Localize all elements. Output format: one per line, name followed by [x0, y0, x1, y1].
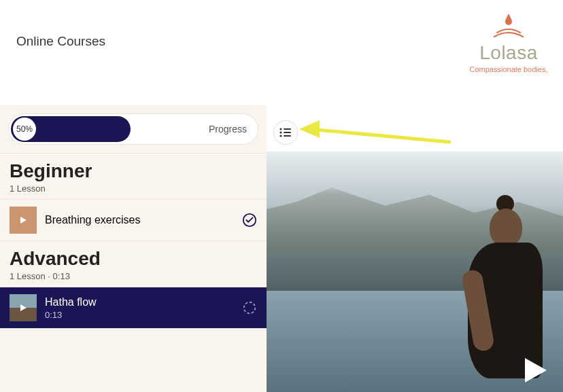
svg-marker-10: [299, 120, 320, 138]
play-icon: [18, 215, 28, 225]
section-meta: 1 Lesson: [10, 183, 257, 194]
svg-rect-7: [284, 132, 291, 133]
arrow-icon: [296, 113, 453, 147]
section-meta: 1 Lesson · 0:13: [10, 271, 257, 281]
svg-marker-11: [525, 358, 547, 382]
progress-label: Progress: [209, 124, 247, 135]
lesson-duration: 0:13: [45, 310, 234, 320]
progress-percent: 50%: [13, 118, 36, 141]
brand-logo: Lolasa Compassionate bodies,: [454, 12, 563, 73]
lotus-drop-icon: [493, 12, 524, 39]
callout-arrow: [296, 113, 453, 150]
toggle-sidebar-button[interactable]: [273, 120, 298, 145]
check-circle-icon: [242, 213, 257, 228]
lesson-title: Hatha flow: [45, 296, 234, 308]
lesson-sidebar: 50% Progress Beginner 1 Lesson Breathing…: [0, 105, 267, 392]
svg-point-8: [279, 135, 282, 137]
section-title: Advanced: [10, 248, 257, 270]
page-title: Online Courses: [16, 34, 105, 49]
svg-point-3: [244, 302, 256, 314]
progress-container: 50% Progress: [0, 105, 267, 154]
header: Online Courses Lolasa Compassionate bodi…: [0, 0, 563, 105]
lesson-thumbnail: [10, 294, 37, 321]
play-icon: [18, 303, 28, 313]
svg-rect-9: [284, 135, 291, 137]
lesson-thumbnail: [10, 207, 37, 234]
progress-bar[interactable]: 50% Progress: [8, 113, 258, 145]
section-header-advanced: Advanced 1 Lesson · 0:13: [0, 241, 267, 287]
play-button[interactable]: [518, 354, 551, 387]
progress-circle-icon: [242, 300, 257, 315]
main-area: 50% Progress Beginner 1 Lesson Breathing…: [0, 105, 563, 392]
lesson-title: Breathing exercises: [45, 214, 234, 226]
lesson-item-hatha[interactable]: Hatha flow 0:13: [0, 287, 267, 329]
svg-marker-0: [20, 217, 27, 224]
lesson-item-breathing[interactable]: Breathing exercises: [0, 200, 267, 241]
lesson-body: Breathing exercises: [45, 214, 234, 226]
section-title: Beginner: [10, 160, 257, 182]
svg-point-6: [279, 131, 282, 133]
video-player[interactable]: [267, 152, 563, 392]
list-icon: [279, 128, 292, 137]
content-area: [267, 105, 563, 392]
section-header-beginner: Beginner 1 Lesson: [0, 154, 267, 200]
brand-tagline: Compassionate bodies,: [454, 65, 563, 73]
lesson-body: Hatha flow 0:13: [45, 296, 234, 320]
svg-point-4: [279, 128, 282, 130]
svg-rect-5: [284, 128, 291, 130]
brand-name: Lolasa: [454, 42, 563, 64]
svg-marker-2: [20, 304, 27, 311]
